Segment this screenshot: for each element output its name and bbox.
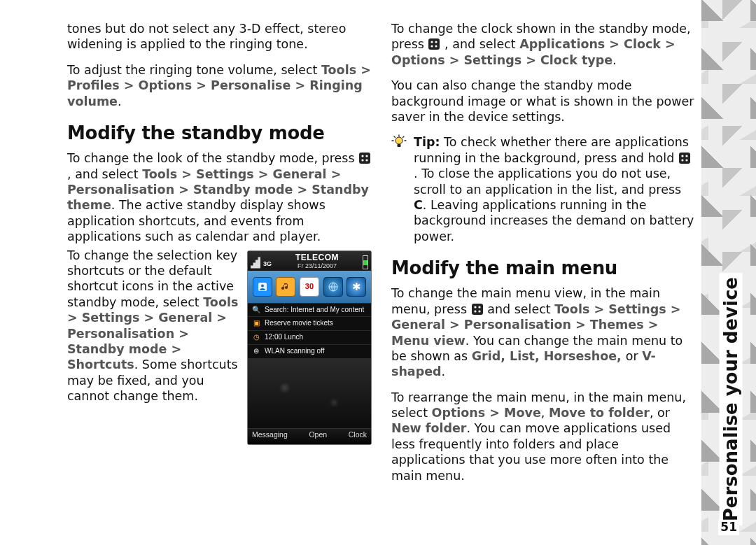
menu-key-icon	[678, 152, 691, 164]
bluetooth-icon: ✱	[346, 277, 366, 297]
svg-rect-14	[398, 144, 401, 147]
svg-point-11	[431, 45, 433, 48]
svg-point-6	[261, 284, 264, 287]
contacts-icon	[253, 277, 272, 297]
text: and select	[487, 302, 554, 316]
svg-point-23	[474, 310, 476, 312]
signal-icon	[251, 255, 260, 269]
list-text: 12:00 Lunch	[265, 333, 303, 342]
text: , and select	[67, 167, 142, 181]
active-standby-list: 🔍 Search: Internet and My content ▣ Rese…	[248, 303, 371, 358]
two-column-content: tones but do not select any 3-D effect, …	[67, 21, 696, 525]
standby-description-block: To change the look of the standby mode, …	[67, 150, 372, 447]
para-rearrange-menu: To rearrange the main menu, in the main …	[391, 390, 696, 483]
tip-label: Tip:	[414, 135, 440, 149]
svg-point-1	[361, 155, 363, 157]
calendar-icon: 30	[300, 277, 319, 297]
svg-point-9	[431, 41, 433, 43]
section-title: Personalise your device	[719, 273, 742, 525]
side-tab: Personalise your device 51	[701, 0, 756, 545]
svg-point-3	[361, 160, 363, 162]
svg-point-2	[365, 155, 368, 157]
music-icon	[276, 277, 295, 297]
svg-point-19	[685, 159, 687, 161]
operator-block: TELECOM Fr 23/11/2007	[274, 253, 360, 271]
svg-rect-15	[679, 153, 690, 164]
para-3d-effect: tones but do not select any 3-D effect, …	[67, 21, 372, 52]
text: or	[626, 349, 642, 363]
ticket-icon: ▣	[252, 319, 260, 328]
text: To adjust the ringing tone volume, selec…	[67, 63, 321, 77]
svg-point-24	[478, 310, 480, 312]
svg-point-4	[365, 160, 368, 162]
key-c: C	[414, 198, 423, 212]
text: .	[442, 364, 446, 378]
para-standby-look: To change the look of the standby mode, …	[67, 150, 372, 244]
text: ,	[541, 406, 549, 420]
manual-page: tones but do not select any 3-D effect, …	[0, 0, 756, 545]
phone-screenshot: 3G TELECOM Fr 23/11/2007	[247, 250, 372, 445]
list-item: ▣ Reserve movie tickets	[248, 316, 371, 330]
para-background-image: You can also change the standby mode bac…	[391, 78, 696, 125]
menu-key-icon	[358, 152, 371, 164]
heading-modify-standby: Modify the standby mode	[67, 122, 372, 145]
svg-rect-8	[428, 38, 440, 50]
text: , or	[650, 406, 670, 420]
network-3g-label: 3G	[263, 260, 272, 269]
text: . To close the applications you do not u…	[414, 167, 681, 196]
clock-icon: ◷	[252, 333, 260, 342]
svg-rect-20	[472, 304, 483, 315]
list-text: Search: Internet and My content	[265, 306, 364, 315]
svg-point-12	[435, 45, 438, 48]
svg-point-10	[435, 41, 438, 43]
text: , and select	[444, 37, 519, 51]
right-column: To change the clock shown in the standby…	[391, 21, 696, 525]
menu-key-icon	[471, 303, 484, 316]
tip-bulb-icon	[391, 134, 407, 150]
para-clock: To change the clock shown in the standby…	[391, 21, 696, 68]
text: . Leaving applications running in the ba…	[414, 198, 694, 243]
menu-path: Move to folder	[549, 406, 650, 420]
list-item: ◷ 12:00 Lunch	[248, 330, 371, 344]
tip-block: Tip: To check whether there are applicat…	[391, 134, 696, 244]
page-number: 51	[718, 520, 739, 535]
svg-point-22	[478, 306, 480, 308]
tip-text: Tip: To check whether there are applicat…	[414, 134, 696, 244]
left-column: tones but do not select any 3-D effect, …	[67, 21, 372, 525]
phone-status-bar: 3G TELECOM Fr 23/11/2007	[248, 251, 371, 271]
para-ringing-volume: To adjust the ringing tone volume, selec…	[67, 62, 372, 109]
search-icon: 🔍	[252, 306, 260, 315]
svg-point-16	[681, 155, 683, 157]
softkey-right: Clock	[349, 430, 367, 444]
menu-options: Grid, List, Horseshoe,	[472, 349, 626, 363]
operator-date: Fr 23/11/2007	[274, 262, 360, 271]
battery-icon	[363, 255, 368, 269]
text: .	[118, 94, 122, 108]
list-item: ⊜ WLAN scanning off	[248, 344, 371, 358]
list-text: WLAN scanning off	[265, 347, 324, 356]
svg-point-18	[681, 159, 683, 161]
svg-point-17	[685, 155, 687, 157]
globe-icon	[323, 277, 343, 297]
list-item: 🔍 Search: Internet and My content	[248, 303, 371, 317]
heading-modify-main-menu: Modify the main menu	[391, 257, 696, 280]
shortcut-row: 30 ✱	[248, 271, 371, 303]
softkey-mid: Open	[309, 430, 327, 444]
svg-rect-0	[359, 153, 370, 164]
text: To change the look of the standby mode, …	[67, 151, 358, 165]
softkey-bar: Messaging Open Clock	[248, 428, 371, 444]
svg-point-21	[474, 306, 476, 308]
text: To check whether there are applications …	[414, 135, 689, 164]
menu-key-icon	[428, 38, 440, 50]
list-text: Reserve movie tickets	[265, 319, 333, 328]
wallpaper-area	[248, 358, 371, 432]
menu-path: New folder	[391, 421, 466, 435]
wlan-icon: ⊜	[252, 347, 260, 356]
text: .	[612, 53, 617, 67]
softkey-left: Messaging	[252, 430, 288, 444]
menu-path: Options > Move	[432, 406, 541, 420]
operator-name: TELECOM	[274, 253, 360, 263]
svg-point-13	[396, 137, 402, 144]
para-menu-view: To change the main menu view, in the mai…	[391, 285, 696, 379]
